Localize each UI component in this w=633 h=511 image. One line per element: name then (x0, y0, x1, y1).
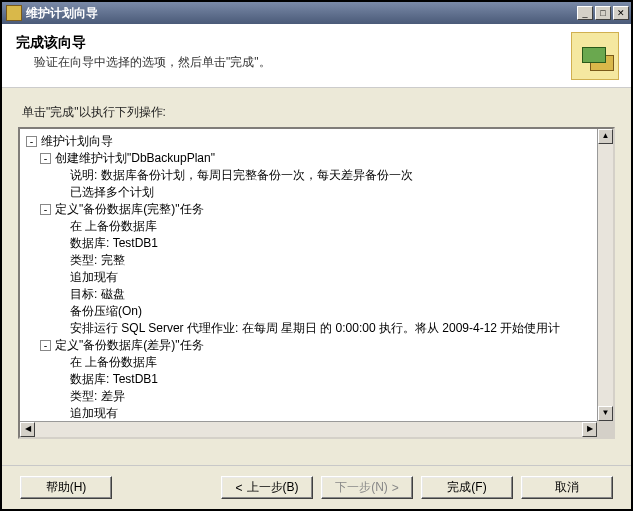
instruction-text: 单击"完成"以执行下列操作: (22, 104, 615, 121)
tree-node-diff-task[interactable]: - 定义"备份数据库(差异)"任务 (26, 337, 597, 354)
horizontal-scrollbar[interactable]: ◀ ▶ (20, 421, 597, 437)
scroll-track[interactable] (598, 144, 613, 406)
scroll-down-icon[interactable]: ▼ (598, 406, 613, 421)
next-button: 下一步(N) > (321, 476, 413, 499)
chevron-left-icon: < (235, 481, 242, 495)
wizard-app-icon (6, 5, 22, 21)
tree-leaf[interactable]: 数据库: TestDB1 (26, 371, 597, 388)
tree-leaf[interactable]: 追加现有 (26, 405, 597, 421)
tree-leaf[interactable]: 类型: 完整 (26, 252, 597, 269)
maximize-button[interactable]: □ (595, 6, 611, 20)
tree-leaf[interactable]: 在 上备份数据库 (26, 218, 597, 235)
page-title: 完成该向导 (16, 34, 571, 52)
scrollbar-corner (597, 421, 613, 437)
titlebar: 维护计划向导 _ □ ✕ (2, 2, 631, 24)
tree-leaf[interactable]: 备份压缩(On) (26, 303, 597, 320)
wizard-header: 完成该向导 验证在向导中选择的选项，然后单击"完成"。 (2, 24, 631, 88)
scroll-left-icon[interactable]: ◀ (20, 422, 35, 437)
tree-leaf[interactable]: 说明: 数据库备份计划，每周日完整备份一次，每天差异备份一次 (26, 167, 597, 184)
expand-icon[interactable]: - (40, 153, 51, 164)
tree-node-full-task[interactable]: - 定义"备份数据库(完整)"任务 (26, 201, 597, 218)
expand-icon[interactable]: - (40, 204, 51, 215)
window-title: 维护计划向导 (26, 5, 575, 22)
tree-leaf[interactable]: 已选择多个计划 (26, 184, 597, 201)
chevron-right-icon: > (392, 481, 399, 495)
tree-leaf[interactable]: 数据库: TestDB1 (26, 235, 597, 252)
tree-leaf[interactable]: 追加现有 (26, 269, 597, 286)
tree-leaf[interactable]: 目标: 磁盘 (26, 286, 597, 303)
tree-leaf[interactable]: 在 上备份数据库 (26, 354, 597, 371)
scroll-up-icon[interactable]: ▲ (598, 129, 613, 144)
back-button[interactable]: < 上一步(B) (221, 476, 313, 499)
help-button[interactable]: 帮助(H) (20, 476, 112, 499)
close-button[interactable]: ✕ (613, 6, 629, 20)
scroll-right-icon[interactable]: ▶ (582, 422, 597, 437)
summary-tree[interactable]: - 维护计划向导 - 创建维护计划"DbBackupPlan" 说明: 数据库备… (20, 129, 597, 421)
wizard-footer: 帮助(H) < 上一步(B) 下一步(N) > 完成(F) 取消 (2, 465, 631, 509)
summary-tree-panel: - 维护计划向导 - 创建维护计划"DbBackupPlan" 说明: 数据库备… (18, 127, 615, 439)
page-subtitle: 验证在向导中选择的选项，然后单击"完成"。 (34, 54, 571, 71)
expand-icon[interactable]: - (26, 136, 37, 147)
tree-node-plan[interactable]: - 创建维护计划"DbBackupPlan" (26, 150, 597, 167)
tree-leaf[interactable]: 类型: 差异 (26, 388, 597, 405)
minimize-button[interactable]: _ (577, 6, 593, 20)
scroll-track[interactable] (35, 422, 582, 437)
tree-leaf[interactable]: 安排运行 SQL Server 代理作业: 在每周 星期日 的 0:00:00 … (26, 320, 597, 337)
tree-root[interactable]: - 维护计划向导 (26, 133, 597, 150)
vertical-scrollbar[interactable]: ▲ ▼ (597, 129, 613, 421)
expand-icon[interactable]: - (40, 340, 51, 351)
cancel-button[interactable]: 取消 (521, 476, 613, 499)
wizard-icon (571, 32, 619, 80)
finish-button[interactable]: 完成(F) (421, 476, 513, 499)
